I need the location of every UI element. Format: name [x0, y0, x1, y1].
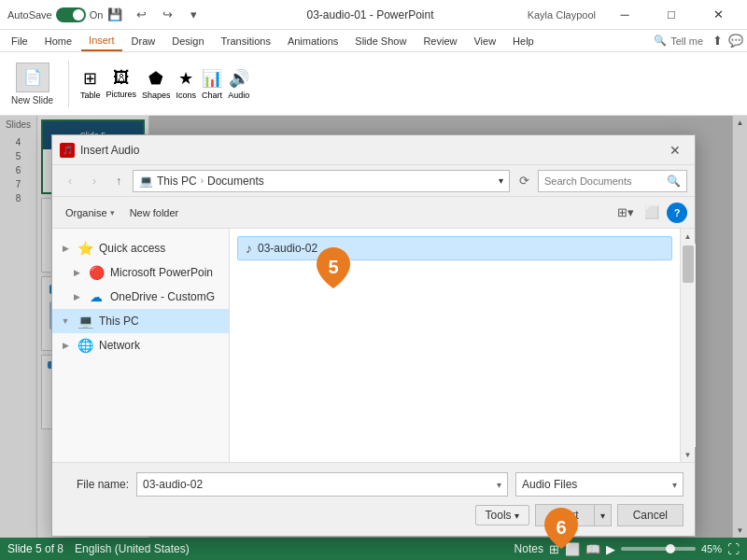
step6-badge: 6: [542, 504, 581, 551]
ribbon-tabs: File Home Insert Draw Design Transitions…: [0, 30, 747, 52]
app-title: 03-audio-01 - PowerPoint: [213, 8, 527, 21]
sidebar-item-this-pc[interactable]: ▼ 💻 This PC: [52, 309, 229, 333]
tab-draw[interactable]: Draw: [124, 31, 163, 51]
sidebar-item-powerpoint[interactable]: ▶ 🔴 Microsoft PowerPoin: [52, 260, 229, 285]
tab-home[interactable]: Home: [37, 31, 79, 51]
filename-label: File name:: [63, 478, 129, 491]
new-slide-label: New Slide: [11, 95, 53, 105]
quick-access-icon: ⭐: [77, 240, 93, 257]
filetype-label: Audio Files: [522, 478, 577, 491]
expand-arrow: ▼: [60, 316, 71, 326]
share-icon[interactable]: ⬆: [712, 34, 723, 48]
notes-button[interactable]: Notes: [514, 542, 543, 555]
expand-arrow: ▶: [71, 268, 82, 277]
dialog-content: ▶ ⭐ Quick access ▶ 🔴 Microsoft PowerPoin…: [52, 229, 695, 462]
sidebar-item-network[interactable]: ▶ 🌐 Network: [52, 333, 229, 357]
file-item-audio02[interactable]: ♪ 03-audio-02: [237, 236, 672, 260]
up-button[interactable]: ↑: [108, 171, 129, 191]
back-button[interactable]: ‹: [60, 171, 80, 191]
tab-transitions[interactable]: Transitions: [214, 31, 278, 51]
onedrive-label: OneDrive - CustomG: [110, 290, 221, 303]
refresh-button[interactable]: ⟳: [514, 171, 534, 191]
step5-number: 5: [328, 257, 338, 278]
insert-audio-dialog: 🎵 Insert Audio ✕ ‹ › ↑ 💻 This PC › Docum…: [51, 134, 696, 537]
search-icon: 🔍: [667, 175, 681, 188]
file-list: ♪ 03-audio-02: [230, 229, 680, 268]
ribbon-search: 🔍 Tell me: [654, 35, 703, 47]
tab-design[interactable]: Design: [164, 31, 211, 51]
sidebar-item-quick-access[interactable]: ▶ ⭐ Quick access: [52, 236, 229, 260]
zoom-slider[interactable]: [621, 547, 696, 551]
tab-view[interactable]: View: [466, 31, 503, 51]
audio-btn[interactable]: 🔊 Audio: [228, 68, 249, 100]
view-slideshow-icon[interactable]: ▶: [606, 542, 615, 556]
comment-icon[interactable]: 💬: [728, 34, 743, 48]
tab-insert[interactable]: Insert: [81, 31, 122, 51]
dialog-footer: File name: 03-audio-02 ▾ Audio Files ▾ T…: [52, 462, 695, 536]
save-icon[interactable]: 💾: [103, 3, 127, 27]
more-tools-icon[interactable]: ▾: [181, 3, 205, 27]
footer-row2: Tools ▾ Insert ▾ Cancel: [63, 504, 684, 526]
dialog-title-icon: 🎵: [60, 143, 75, 158]
network-label: Network: [99, 339, 221, 352]
addr-dropdown-arrow[interactable]: ▾: [499, 175, 503, 186]
filename-dropdown-arrow: ▾: [497, 480, 501, 490]
fit-screen-icon[interactable]: ⛶: [727, 542, 740, 556]
tab-help[interactable]: Help: [505, 31, 542, 51]
cancel-button[interactable]: Cancel: [617, 504, 684, 526]
close-button[interactable]: ✕: [697, 0, 740, 30]
filetype-dropdown-arrow: ▾: [672, 480, 677, 490]
dialog-scrollbar[interactable]: ▲ ▼: [680, 229, 695, 462]
forward-button[interactable]: ›: [84, 171, 105, 191]
user-name: Kayla Claypool: [528, 9, 596, 21]
dialog-toolbar: Organise ▾ New folder ⊞▾ ⬜ ?: [52, 197, 695, 229]
view-change-icon[interactable]: ⊞▾: [614, 202, 637, 224]
step6-number: 6: [556, 517, 566, 539]
tab-animations[interactable]: Animations: [280, 31, 345, 51]
preview-icon[interactable]: ⬜: [641, 202, 663, 224]
step5-badge-container: 5: [314, 244, 353, 290]
tab-slideshow[interactable]: Slide Show: [347, 31, 414, 51]
undo-icon[interactable]: ↩: [129, 3, 153, 27]
onedrive-icon: ☁: [88, 288, 105, 305]
minimize-button[interactable]: ─: [603, 0, 646, 30]
step5-badge: 5: [314, 244, 353, 290]
toolbar-divider: [68, 61, 69, 107]
new-folder-button[interactable]: New folder: [124, 204, 185, 221]
scroll-thumb[interactable]: [683, 245, 694, 283]
scroll-down-btn[interactable]: ▼: [681, 447, 696, 462]
table-btn[interactable]: ⊞ Table: [80, 68, 101, 100]
filename-input[interactable]: 03-audio-02 ▾: [136, 472, 508, 497]
this-pc-label: This PC: [99, 315, 221, 328]
chart-btn[interactable]: 📊 Chart: [202, 68, 222, 100]
view-reading-icon[interactable]: 📖: [585, 542, 600, 556]
shapes-btn[interactable]: ⬟ Shapes: [142, 68, 171, 100]
help-button[interactable]: ?: [667, 203, 687, 223]
tab-review[interactable]: Review: [416, 31, 464, 51]
scroll-up-btn[interactable]: ▲: [681, 229, 696, 244]
search-box[interactable]: 🔍: [538, 170, 687, 192]
autosave-toggle[interactable]: [56, 7, 86, 22]
dialog-title-bar: 🎵 Insert Audio ✕: [52, 135, 695, 165]
dialog-close-button[interactable]: ✕: [663, 138, 687, 162]
sidebar-item-onedrive[interactable]: ▶ ☁ OneDrive - CustomG: [52, 285, 229, 309]
pictures-btn[interactable]: 🖼 Pictures: [106, 68, 137, 99]
tab-file[interactable]: File: [4, 31, 35, 51]
title-bar: AutoSave On 💾 ↩ ↪ ▾ 03-audio-01 - PowerP…: [0, 0, 747, 30]
quick-access-toolbar: 💾 ↩ ↪ ▾: [103, 3, 205, 27]
insert-dropdown-button[interactable]: ▾: [594, 504, 612, 526]
icons-btn[interactable]: ★ Icons: [176, 68, 197, 100]
autosave-state: On: [90, 9, 104, 21]
address-path[interactable]: 💻 This PC › Documents ▾: [133, 170, 510, 192]
maximize-button[interactable]: □: [650, 0, 693, 30]
tools-button[interactable]: Tools ▾: [475, 505, 529, 525]
search-label: Tell me: [670, 35, 703, 47]
filetype-dropdown[interactable]: Audio Files ▾: [515, 472, 684, 497]
expand-arrow: ▶: [60, 244, 71, 253]
zoom-thumb: [666, 544, 675, 553]
search-input[interactable]: [544, 175, 663, 187]
redo-icon[interactable]: ↪: [155, 3, 179, 27]
organise-button[interactable]: Organise ▾: [60, 204, 120, 221]
new-slide-btn[interactable]: 📄 New Slide: [7, 59, 57, 109]
audio-file-icon: ♪: [246, 241, 252, 256]
